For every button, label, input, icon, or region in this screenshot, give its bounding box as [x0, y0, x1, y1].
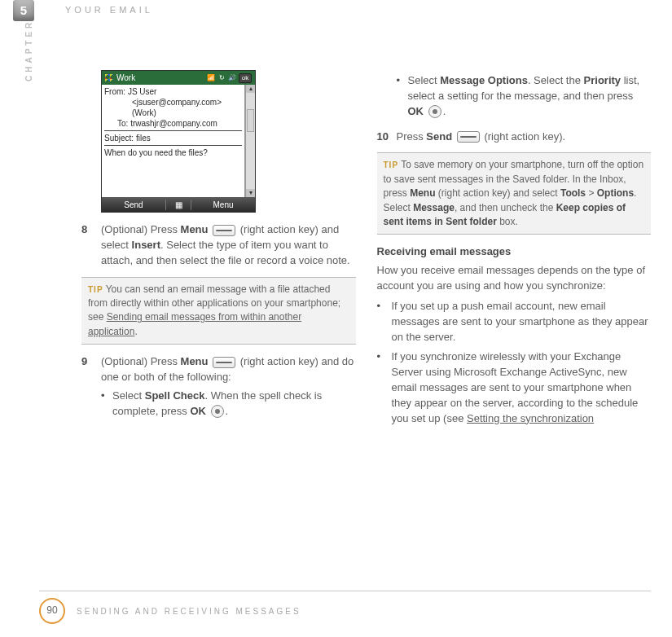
from-email: <jsuser@company.com>: [104, 97, 242, 108]
scrollbar: ▴ ▾: [245, 85, 255, 197]
windows-flag-icon: [105, 74, 113, 82]
content-area: Work 📶 ↻ 🔊 ok From: JS User <jsuser@comp…: [81, 70, 651, 588]
to-value: trwashjr@company.com: [130, 119, 217, 128]
page-header-title: YOUR EMAIL: [65, 5, 153, 15]
receiving-intro: How you receive email messages depends o…: [377, 263, 652, 294]
tip-box-2: TIP To save memory on your smartphone, t…: [377, 152, 652, 235]
chapter-number-tab: 5: [13, 0, 34, 21]
softkey-keyboard-icon: ▦: [165, 200, 191, 210]
scroll-down-icon: ▾: [246, 189, 255, 197]
chapter-side-label: CHAPTER: [24, 20, 33, 81]
body-text: When do you need the files?: [104, 147, 242, 158]
tip-label: TIP: [88, 285, 103, 294]
from-label: From:: [104, 87, 125, 96]
receiving-bullets: • If you set up a push email account, ne…: [377, 299, 652, 427]
speaker-icon: 🔊: [228, 74, 236, 82]
subject-value: files: [136, 134, 151, 143]
step-10: 10 Press Send (right action key).: [377, 130, 652, 145]
sync-icon: ↻: [217, 74, 226, 82]
step-9: 9 (Optional) Press Menu (right action ke…: [81, 354, 356, 385]
ok-pill: ok: [239, 73, 252, 83]
right-column: • Select Message Options. Select the Pri…: [377, 70, 652, 588]
page-footer: 90 SENDING AND RECEIVING MESSAGES: [39, 591, 651, 624]
screenshot-title: Work: [116, 72, 135, 83]
page-number: 90: [39, 598, 65, 624]
bullet-activesync: If you synchronize wirelessly with your …: [392, 349, 652, 426]
compose-screenshot: Work 📶 ↻ 🔊 ok From: JS User <jsuser@comp…: [101, 70, 256, 213]
step-10-number: 10: [377, 130, 397, 145]
scroll-up-icon: ▴: [246, 85, 255, 93]
action-key-icon: [213, 225, 235, 236]
signal-icon: 📶: [207, 74, 215, 82]
step-9-number: 9: [81, 354, 101, 385]
tip-label: TIP: [384, 160, 399, 169]
link-sending-from-app[interactable]: Sending email messages from within anoth…: [88, 311, 301, 336]
softkey-send: Send: [102, 200, 165, 210]
ok-key-icon: [428, 105, 441, 118]
action-key-icon: [213, 357, 235, 368]
step-9-sub-b: • Select Message Options. Select the Pri…: [377, 73, 652, 120]
tip-box-1: TIP You can send an email message with a…: [81, 277, 356, 345]
to-label: To:: [117, 119, 128, 128]
step-8: 8 (Optional) Press Menu (right action ke…: [81, 222, 356, 269]
softkey-bar: Send ▦ Menu: [102, 197, 255, 212]
footer-section-title: SENDING AND RECEIVING MESSAGES: [77, 607, 301, 616]
scroll-thumb: [247, 109, 254, 132]
action-key-icon: [457, 131, 480, 143]
heading-receiving: Receiving email messages: [377, 244, 652, 260]
from-account: (Work): [104, 108, 242, 118]
softkey-menu: Menu: [191, 200, 255, 210]
step-9-sub-a: • Select Spell Check. When the spell che…: [81, 389, 356, 420]
step-8-number: 8: [81, 222, 101, 269]
left-column: Work 📶 ↻ 🔊 ok From: JS User <jsuser@comp…: [81, 70, 356, 588]
subject-label: Subject:: [104, 134, 134, 143]
screenshot-titlebar: Work 📶 ↻ 🔊 ok: [102, 71, 255, 85]
ok-key-icon: [211, 405, 224, 418]
bullet-push-account: If you set up a push email account, new …: [392, 299, 652, 345]
link-sync-settings[interactable]: Setting the synchronization: [467, 412, 594, 424]
